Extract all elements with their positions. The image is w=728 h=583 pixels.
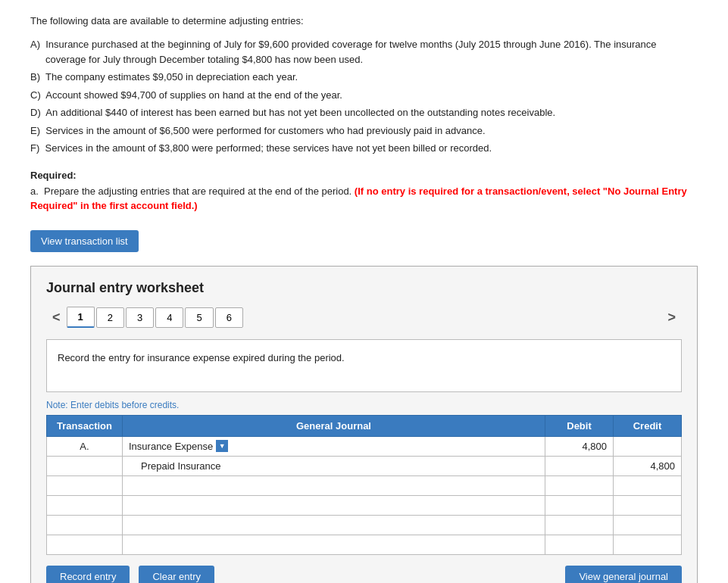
- debit-cell[interactable]: 4,800: [545, 436, 614, 456]
- bottom-buttons: Record entry Clear entry View general jo…: [46, 566, 682, 584]
- instruction-text: Record the entry for insurance expense e…: [58, 352, 345, 363]
- tab-prev-button[interactable]: <: [46, 307, 67, 329]
- table-row: Prepaid Insurance 4,800: [47, 456, 682, 475]
- note-text: Note: Enter debits before credits.: [46, 400, 682, 410]
- debit-cell[interactable]: [545, 515, 614, 535]
- transaction-cell: A.: [47, 436, 123, 456]
- view-transaction-button[interactable]: View transaction list: [30, 230, 139, 252]
- transaction-cell: [47, 515, 123, 535]
- item-f: F) Services in the amount of $3,800 were…: [30, 141, 698, 156]
- transaction-cell: [47, 475, 123, 495]
- view-general-journal-button[interactable]: View general journal: [565, 566, 682, 584]
- worksheet-container: Journal entry worksheet < 1 2 3 4 5 6 > …: [30, 266, 698, 584]
- table-row: [47, 495, 682, 515]
- instruction-box: Record the entry for insurance expense e…: [46, 339, 682, 392]
- item-a: A) Insurance purchased at the beginning …: [30, 37, 698, 67]
- required-label: Required:: [30, 170, 698, 181]
- journal-table: Transaction General Journal Debit Credit…: [46, 415, 682, 555]
- general-journal-cell[interactable]: [123, 515, 545, 535]
- clear-entry-button[interactable]: Clear entry: [139, 566, 214, 584]
- required-a: a. Prepare the adjusting entries that ar…: [30, 184, 698, 214]
- credit-cell[interactable]: [614, 535, 682, 554]
- debit-cell[interactable]: [545, 535, 614, 554]
- credit-cell[interactable]: 4,800: [614, 456, 682, 475]
- tab-3[interactable]: 3: [126, 307, 154, 328]
- tabs-row: < 1 2 3 4 5 6 >: [46, 307, 682, 329]
- transaction-cell: [47, 535, 123, 554]
- general-journal-cell-indent[interactable]: Prepaid Insurance: [123, 456, 545, 475]
- general-journal-cell[interactable]: [123, 535, 545, 554]
- general-journal-cell[interactable]: [123, 495, 545, 515]
- transaction-cell: [47, 495, 123, 515]
- account-name: Insurance Expense: [129, 441, 213, 452]
- credit-cell[interactable]: [614, 495, 682, 515]
- worksheet-title: Journal entry worksheet: [46, 280, 682, 296]
- tab-next-button[interactable]: >: [661, 307, 682, 329]
- dropdown-arrow-icon[interactable]: ▼: [216, 440, 228, 452]
- transaction-cell: [47, 456, 123, 475]
- tab-4[interactable]: 4: [155, 307, 183, 328]
- tab-6[interactable]: 6: [215, 307, 243, 328]
- account-name: Prepaid Insurance: [141, 460, 221, 472]
- col-header-debit: Debit: [545, 415, 614, 436]
- record-entry-button[interactable]: Record entry: [46, 566, 130, 584]
- table-row: A. Insurance Expense ▼ 4,800: [47, 436, 682, 456]
- credit-cell[interactable]: [614, 515, 682, 535]
- intro-text: The following data are available to dete…: [30, 15, 698, 26]
- col-header-transaction: Transaction: [47, 415, 123, 436]
- item-d: D) An additional $440 of interest has be…: [30, 105, 698, 120]
- tab-2[interactable]: 2: [96, 307, 124, 328]
- debit-cell[interactable]: [545, 456, 614, 475]
- tab-5[interactable]: 5: [185, 307, 213, 328]
- table-row: [47, 515, 682, 535]
- tab-1[interactable]: 1: [67, 307, 95, 328]
- item-e: E) Services in the amount of $6,500 were…: [30, 123, 698, 139]
- general-journal-cell[interactable]: [123, 475, 545, 495]
- item-c: C) Account showed $94,700 of supplies on…: [30, 88, 698, 103]
- table-row: [47, 535, 682, 554]
- credit-cell[interactable]: [614, 436, 682, 456]
- item-b: B) The company estimates $9,050 in depre…: [30, 70, 698, 85]
- col-header-general-journal: General Journal: [123, 415, 545, 436]
- general-journal-cell[interactable]: Insurance Expense ▼: [123, 436, 545, 456]
- credit-cell[interactable]: [614, 475, 682, 495]
- table-row: [47, 475, 682, 495]
- debit-cell[interactable]: [545, 475, 614, 495]
- debit-cell[interactable]: [545, 495, 614, 515]
- col-header-credit: Credit: [614, 415, 682, 436]
